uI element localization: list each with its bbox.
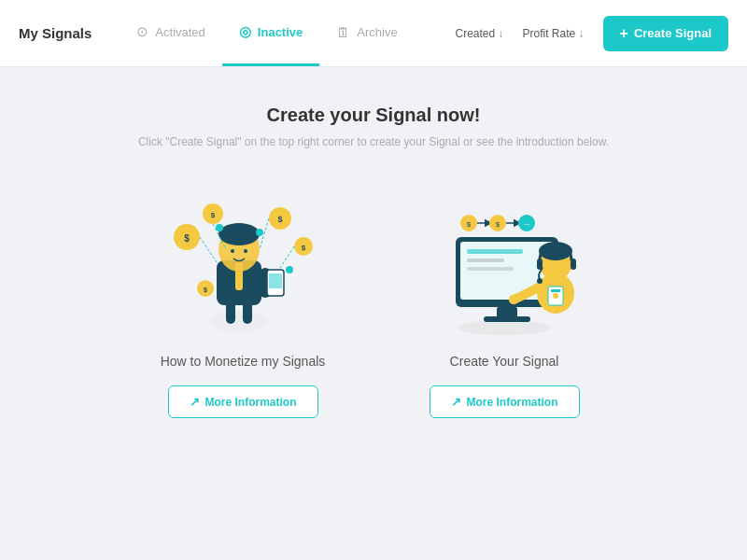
card-monetize-label: How to Monetize my Signals [161,354,326,369]
create-signal-illustration: $ $ → [420,186,588,335]
svg-rect-33 [484,316,530,322]
monetize-illustration: $ $ $ $ $ [159,186,327,335]
main-content: Create your Signal now! Click "Create Si… [0,67,747,455]
svg-text:$: $ [204,287,207,294]
card-create-signal-label: Create Your Signal [450,354,559,369]
tab-inactive-label: Inactive [258,25,303,39]
svg-line-22 [200,237,217,262]
svg-rect-45 [571,259,576,270]
svg-point-0 [210,310,266,332]
plus-icon: + [620,25,628,42]
header-right: Created ↓ Profit Rate ↓ + Create Signal [455,16,728,51]
create-signal-more-info-button[interactable]: ↗ More Information [430,385,580,418]
tab-activated-label: Activated [155,25,204,39]
svg-text:→: → [523,219,531,229]
arrow-icon-2: ↗ [451,395,461,409]
svg-point-7 [231,249,234,253]
tab-activated[interactable]: ⊙ Activated [120,0,221,66]
monetize-more-info-button[interactable]: ↗ More Information [168,385,318,418]
svg-text:$: $ [184,233,190,244]
section-title: Create your Signal now! [267,105,481,126]
create-signal-label: Create Signal [634,26,712,40]
arrow-icon: ↗ [190,395,200,409]
svg-rect-36 [467,267,514,271]
page-title: My Signals [19,25,92,41]
tab-inactive[interactable]: ◎ Inactive [222,0,319,66]
create-signal-button[interactable]: + Create Signal [603,16,728,51]
svg-point-6 [218,223,260,245]
svg-text:$: $ [277,215,282,224]
create-signal-more-info-label: More Information [467,396,558,409]
svg-point-8 [244,249,247,253]
card-monetize: $ $ $ $ $ [149,186,336,418]
svg-point-43 [509,295,518,304]
svg-rect-11 [269,273,282,288]
svg-point-27 [256,229,263,236]
svg-text:$: $ [211,211,216,219]
svg-rect-41 [551,289,560,292]
svg-point-46 [537,278,543,284]
svg-line-25 [280,246,294,268]
sort-created[interactable]: Created ↓ [455,27,503,40]
svg-rect-35 [467,259,504,262]
inactive-icon: ◎ [239,23,251,40]
tab-archive-label: Archive [357,25,397,39]
card-create-signal: $ $ → Create Your Signal ↗ M [411,186,598,418]
tabs-nav: ⊙ Activated ◎ Inactive 🗓 Archive [120,0,414,66]
archive-icon: 🗓 [336,24,350,40]
svg-point-28 [286,266,293,273]
svg-text:$: $ [467,220,472,229]
svg-text:$: $ [496,220,500,229]
header: My Signals ⊙ Activated ◎ Inactive 🗓 Arch… [0,0,747,67]
svg-rect-34 [467,249,523,254]
svg-point-29 [458,320,551,335]
activated-icon: ⊙ [136,23,148,40]
section-subtitle: Click "Create Signal" on the top right c… [138,135,609,148]
svg-point-42 [553,293,558,299]
monetize-more-info-label: More Information [205,396,297,409]
svg-text:$: $ [302,244,306,252]
tab-archive[interactable]: 🗓 Archive [319,0,414,66]
sort-profit-rate[interactable]: Profit Rate ↓ [523,27,585,40]
cards-row: $ $ $ $ $ [149,186,598,418]
svg-point-26 [216,224,223,231]
